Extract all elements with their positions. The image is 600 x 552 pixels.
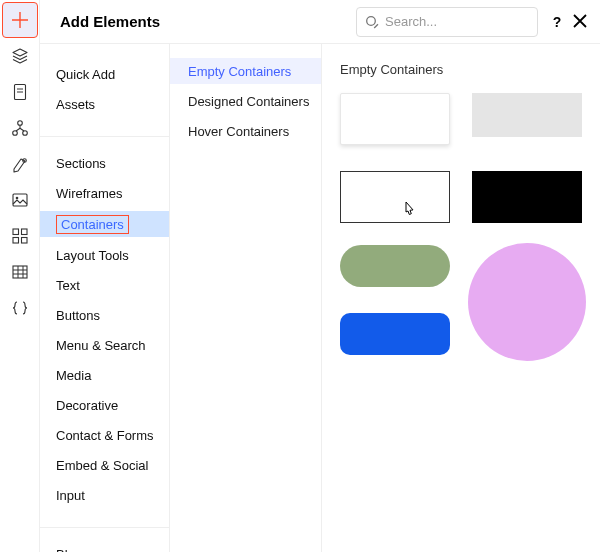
category-label: Quick Add	[56, 67, 115, 82]
category-containers[interactable]: Containers	[40, 211, 169, 237]
category-buttons[interactable]: Buttons	[40, 303, 169, 327]
category-label: Text	[56, 278, 80, 293]
subcategory-list: Empty Containers Designed Containers Hov…	[170, 44, 322, 552]
category-label: Decorative	[56, 398, 118, 413]
code-icon	[11, 299, 29, 317]
left-toolstrip	[0, 0, 40, 552]
category-label: Assets	[56, 97, 95, 112]
subcategory-label: Empty Containers	[188, 64, 291, 79]
search-icon	[365, 15, 379, 29]
subcategory-hover-containers[interactable]: Hover Containers	[170, 118, 321, 144]
search-field[interactable]	[356, 7, 538, 37]
panel-title: Add Elements	[60, 13, 160, 30]
layers-icon	[11, 47, 29, 65]
category-blog[interactable]: Blog	[40, 542, 169, 552]
category-label: Media	[56, 368, 91, 383]
category-label: Wireframes	[56, 186, 122, 201]
site-structure-icon	[11, 119, 29, 137]
container-thumb-pink-circle[interactable]	[468, 243, 586, 361]
category-assets[interactable]: Assets	[40, 92, 169, 116]
category-text[interactable]: Text	[40, 273, 169, 297]
pages-icon	[12, 83, 28, 101]
svg-point-3	[17, 121, 22, 126]
svg-point-18	[367, 16, 376, 25]
code-tool[interactable]	[2, 290, 38, 326]
category-label: Sections	[56, 156, 106, 171]
search-input[interactable]	[385, 14, 529, 29]
svg-line-19	[374, 24, 378, 28]
help-button[interactable]: ?	[548, 14, 566, 30]
container-thumb-gray[interactable]	[472, 93, 582, 137]
category-label: Blog	[56, 547, 82, 553]
subcategory-label: Designed Containers	[188, 94, 309, 109]
add-elements-tool[interactable]	[2, 2, 38, 38]
category-label: Buttons	[56, 308, 100, 323]
divider	[40, 527, 169, 528]
media-icon	[11, 191, 29, 209]
close-icon	[572, 13, 588, 29]
category-input[interactable]: Input	[40, 483, 169, 507]
category-label: Menu & Search	[56, 338, 146, 353]
subcategory-designed-containers[interactable]: Designed Containers	[170, 88, 321, 114]
svg-rect-11	[13, 238, 19, 244]
subcategory-label: Hover Containers	[188, 124, 289, 139]
divider	[40, 136, 169, 137]
category-sections[interactable]: Sections	[40, 151, 169, 175]
svg-rect-12	[21, 238, 27, 244]
container-thumb-green-pill[interactable]	[340, 245, 450, 287]
apps-icon	[11, 227, 29, 245]
category-label: Embed & Social	[56, 458, 149, 473]
category-layout-tools[interactable]: Layout Tools	[40, 243, 169, 267]
svg-rect-10	[21, 229, 27, 235]
category-contact-forms[interactable]: Contact & Forms	[40, 423, 169, 447]
container-thumb-black[interactable]	[472, 171, 582, 223]
svg-rect-13	[13, 266, 27, 278]
svg-point-5	[22, 131, 27, 136]
add-elements-panel: Quick Add Assets Sections Wireframes Con…	[40, 44, 600, 552]
category-quick-add[interactable]: Quick Add	[40, 62, 169, 86]
category-label: Layout Tools	[56, 248, 129, 263]
category-list: Quick Add Assets Sections Wireframes Con…	[40, 44, 170, 552]
grid-icon	[11, 263, 29, 281]
style-icon	[11, 155, 29, 173]
category-decorative[interactable]: Decorative	[40, 393, 169, 417]
grid-tool[interactable]	[2, 254, 38, 290]
category-label: Input	[56, 488, 85, 503]
category-media[interactable]: Media	[40, 363, 169, 387]
svg-point-8	[15, 197, 18, 200]
svg-point-4	[12, 131, 17, 136]
close-button[interactable]	[572, 13, 590, 31]
subcategory-empty-containers[interactable]: Empty Containers	[170, 58, 321, 84]
category-label: Contact & Forms	[56, 428, 154, 443]
container-thumb-blue-rounded[interactable]	[340, 313, 450, 355]
category-embed-social[interactable]: Embed & Social	[40, 453, 169, 477]
category-label: Containers	[56, 215, 129, 234]
category-wireframes[interactable]: Wireframes	[40, 181, 169, 205]
panel-header: Add Elements ?	[40, 0, 600, 44]
preview-pane: Empty Containers	[322, 44, 600, 552]
svg-rect-9	[13, 229, 19, 235]
svg-rect-7	[13, 194, 27, 206]
preview-title: Empty Containers	[340, 62, 582, 77]
site-structure-tool[interactable]	[2, 110, 38, 146]
media-tool[interactable]	[2, 182, 38, 218]
layers-tool[interactable]	[2, 38, 38, 74]
container-thumb-outline[interactable]	[340, 171, 450, 223]
category-menu-search[interactable]: Menu & Search	[40, 333, 169, 357]
container-thumb-white-shadow[interactable]	[340, 93, 450, 145]
style-tool[interactable]	[2, 146, 38, 182]
pages-tool[interactable]	[2, 74, 38, 110]
apps-tool[interactable]	[2, 218, 38, 254]
